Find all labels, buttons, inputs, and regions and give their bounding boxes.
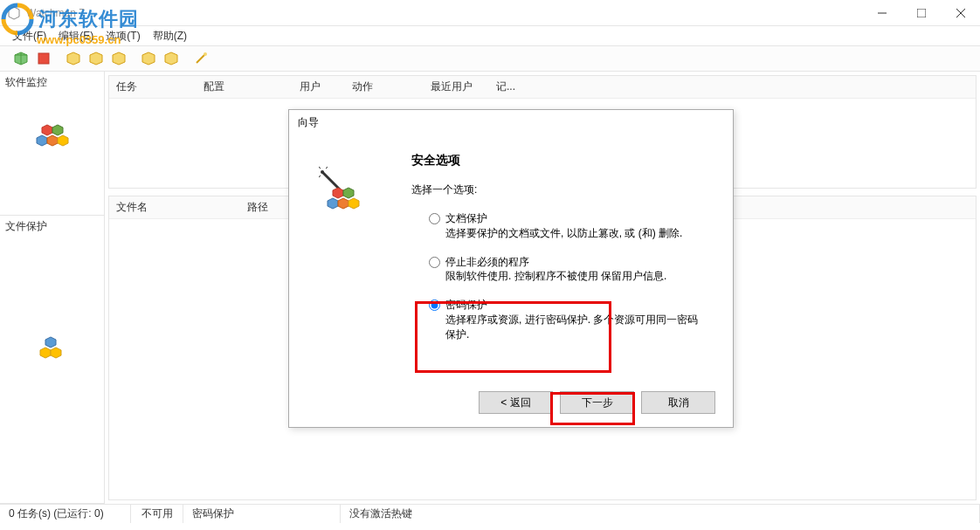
svg-marker-33 [349,198,359,209]
col-user[interactable]: 用户 [293,76,345,98]
toolbar-cube-y3[interactable] [108,48,129,69]
sidebar-monitor-section[interactable]: 软件监控 [0,72,104,216]
option-password-protect[interactable]: 密码保护 选择程序或资源, 进行密码保护. 多个资源可用同一密码保护. [429,298,707,341]
next-button[interactable]: 下一步 [560,391,634,414]
wizard-dialog: 向导 安全选项 选择一个选项: 文档保护 选 [288,109,734,428]
svg-marker-29 [333,188,343,198]
sidebar-protect-section[interactable]: 文件保护 [0,216,104,504]
svg-point-15 [204,52,207,56]
toolbar-stop-red[interactable] [33,48,54,69]
svg-marker-23 [51,348,61,358]
menu-file[interactable]: 文件(F) [7,27,52,45]
menubar: 文件(F) 编辑(E) 选项(T) 帮助(Z) [0,26,980,45]
maximize-button[interactable] [901,0,941,26]
svg-marker-21 [45,337,56,348]
cancel-button[interactable]: 取消 [641,391,715,414]
menu-options[interactable]: 选项(T) [100,27,145,45]
svg-marker-31 [328,198,338,209]
svg-marker-30 [343,188,354,198]
col-action[interactable]: 动作 [345,76,424,98]
col-filename[interactable]: 文件名 [109,196,240,218]
svg-line-26 [319,167,321,169]
menu-edit[interactable]: 编辑(E) [53,27,99,45]
menu-help[interactable]: 帮助(Z) [148,27,192,45]
opt-desc-2: 限制软件使用. 控制程序不被使用 保留用户信息. [445,269,666,284]
tasks-columns: 任务 配置 用户 动作 最近用户 记... [109,76,976,99]
svg-marker-18 [58,135,68,146]
dialog-subtitle: 选择一个选项: [411,182,707,197]
svg-marker-19 [42,125,52,135]
svg-marker-16 [37,135,47,146]
close-button[interactable] [941,0,980,26]
toolbar-cube-y2[interactable] [86,48,107,69]
svg-line-14 [197,54,205,63]
svg-marker-0 [9,7,19,19]
sidebar: 软件监控 文件保护 [0,72,105,504]
statusbar: 0 任务(s) (已运行: 0) 不可用 密码保护 没有激活热键 [0,504,980,523]
sidebar-protect-label: 文件保护 [0,216,104,237]
svg-line-27 [326,167,328,169]
opt-title-2: 停止非必须的程序 [445,255,666,270]
toolbar-cube-green[interactable] [10,48,31,69]
svg-rect-8 [38,53,49,64]
toolbar-cube-y1[interactable] [63,48,84,69]
col-config[interactable]: 配置 [197,76,293,98]
wizard-icon [315,153,385,356]
sidebar-monitor-label: 软件监控 [0,72,104,93]
col-recent[interactable]: 最近用户 [424,76,489,98]
svg-marker-10 [90,52,102,65]
svg-line-28 [319,176,321,177]
svg-marker-22 [40,348,51,358]
back-button[interactable]: < 返回 [479,391,553,414]
dialog-title: 向导 [289,110,733,135]
toolbar-wand-icon[interactable] [190,48,211,69]
opt-title-3: 密码保护 [445,298,707,313]
option-doc-protect[interactable]: 文档保护 选择要保护的文档或文件, 以防止篡改, 或 (和) 删除. [429,211,707,241]
svg-marker-11 [113,52,125,65]
col-record[interactable]: 记... [489,76,542,98]
option-stop-programs[interactable]: 停止非必须的程序 限制软件使用. 控制程序不被使用 保留用户信息. [429,255,707,285]
toolbar [0,45,980,72]
cubes-small-icon [37,334,68,368]
svg-marker-17 [47,135,58,146]
radio-stop-programs[interactable] [429,257,440,268]
svg-marker-12 [142,52,155,65]
svg-line-24 [322,172,340,189]
dialog-heading: 安全选项 [411,153,707,169]
svg-marker-13 [165,52,177,65]
toolbar-cube-y4[interactable] [138,48,159,69]
svg-marker-20 [52,125,63,135]
radio-doc-protect[interactable] [429,213,440,224]
status-pw: 密码保护 [183,505,341,523]
status-na: 不可用 [131,505,183,523]
status-tasks: 0 任务(s) (已运行: 0) [0,505,131,523]
svg-marker-32 [338,198,349,209]
opt-title-1: 文档保护 [445,211,682,226]
titlebar: Watchman 7 [0,0,980,26]
cubes-icon [31,120,73,157]
svg-rect-2 [917,9,926,17]
radio-password-protect[interactable] [429,299,440,311]
minimize-button[interactable] [862,0,901,26]
status-hotkey: 没有激活热键 [341,505,980,523]
svg-point-25 [321,170,324,174]
col-task[interactable]: 任务 [109,76,197,98]
app-icon [7,6,21,20]
app-title: Watchman 7 [26,7,85,19]
opt-desc-3: 选择程序或资源, 进行密码保护. 多个资源可用同一密码保护. [445,313,707,342]
svg-marker-9 [67,52,79,65]
toolbar-cube-y5[interactable] [161,48,182,69]
opt-desc-1: 选择要保护的文档或文件, 以防止篡改, 或 (和) 删除. [445,226,682,241]
